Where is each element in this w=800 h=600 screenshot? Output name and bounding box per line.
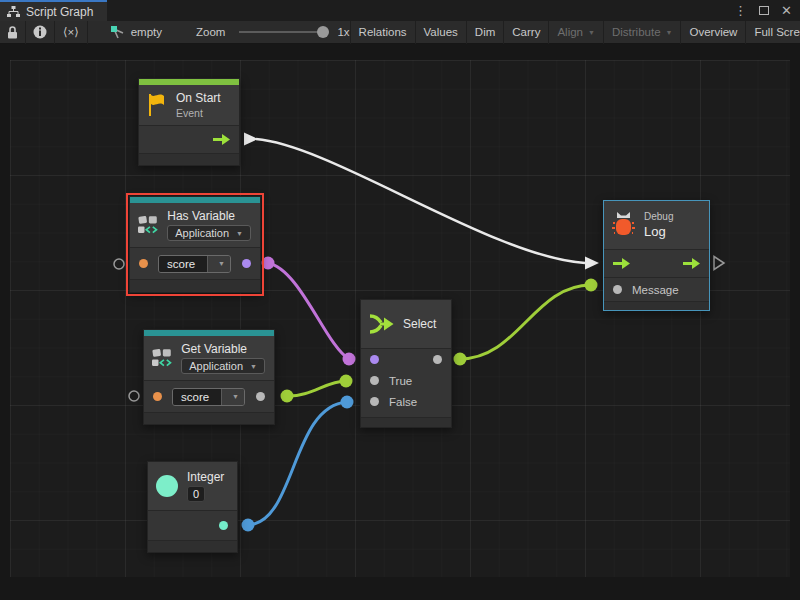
condition-input-port[interactable] — [370, 355, 379, 364]
graph-canvas[interactable]: On Start Event — [0, 44, 800, 600]
node-debug-log[interactable]: Debug Log Message — [603, 200, 710, 311]
result-output-port[interactable] — [242, 259, 251, 268]
node-has-variable[interactable]: Has Variable Application ▼ score ▼ — [129, 196, 261, 293]
variable-scope-dropdown[interactable]: Application ▼ — [167, 225, 251, 241]
name-input-port[interactable] — [153, 392, 162, 401]
wire-hasvariable-to-select[interactable] — [262, 257, 356, 366]
node-title: Integer — [187, 470, 224, 484]
info-button[interactable] — [26, 21, 55, 44]
zoom-value: 1x — [337, 26, 349, 38]
node-title: Log — [644, 224, 673, 239]
select-merge-icon — [369, 313, 394, 335]
distribute-button: Distribute▼ — [604, 21, 682, 44]
unconnected-flow-triangle[interactable] — [714, 257, 724, 270]
code-toggle-button[interactable]: ⟨×⟩ — [55, 21, 88, 44]
zoom-slider[interactable] — [239, 31, 327, 33]
node-title: On Start — [176, 91, 221, 105]
bug-icon — [612, 212, 635, 238]
values-button[interactable]: Values — [416, 21, 467, 44]
node-get-variable[interactable]: Get Variable Application ▼ score ▼ — [143, 329, 275, 425]
message-input-port[interactable] — [613, 285, 622, 294]
variables-icon — [138, 211, 158, 239]
align-button: Align▼ — [549, 21, 604, 44]
flow-input-port[interactable] — [613, 258, 630, 269]
true-input-port[interactable] — [370, 376, 379, 385]
false-input-port[interactable] — [370, 397, 379, 406]
pointer-label: empty — [131, 26, 162, 38]
chevron-down-icon: ▼ — [588, 29, 595, 36]
chevron-down-icon: ▼ — [218, 260, 225, 267]
node-title: Get Variable — [181, 342, 265, 356]
port-label: True — [389, 375, 412, 387]
wire-onstart-to-log[interactable] — [244, 133, 599, 270]
unconnected-port-circle[interactable] — [114, 259, 124, 269]
integer-output-port[interactable] — [219, 521, 228, 530]
variable-scope-dropdown[interactable]: Application ▼ — [181, 358, 265, 374]
node-subtitle: Event — [176, 107, 221, 119]
port-label: Message — [632, 284, 679, 296]
flow-output-port[interactable] — [213, 134, 230, 145]
dim-button[interactable]: Dim — [467, 21, 504, 44]
value-output-port[interactable] — [256, 392, 265, 401]
chevron-down-icon: ▼ — [250, 363, 257, 370]
node-integer[interactable]: Integer 0 — [147, 461, 238, 553]
node-footer — [604, 301, 709, 310]
variable-name-dropdown[interactable]: score ▼ — [172, 388, 245, 406]
node-footer — [148, 540, 237, 552]
zoom-label: Zoom — [196, 26, 225, 38]
menu-icon[interactable]: ⋮ — [734, 4, 747, 17]
node-footer — [130, 279, 260, 292]
node-title: Has Variable — [167, 209, 251, 223]
flow-output-port[interactable] — [683, 258, 700, 269]
node-on-start[interactable]: On Start Event — [138, 78, 240, 166]
graph-pointer-icon — [110, 25, 125, 40]
name-input-port[interactable] — [139, 259, 148, 268]
port-label: False — [389, 396, 417, 408]
chevron-down-icon: ▼ — [236, 230, 243, 237]
relations-button[interactable]: Relations — [351, 21, 416, 44]
unconnected-port-circle[interactable] — [129, 391, 139, 401]
integer-value-field[interactable]: 0 — [187, 486, 205, 502]
overview-button[interactable]: Overview — [681, 21, 746, 44]
node-title: Select — [403, 317, 436, 331]
toolbar-buttons: Relations Values Dim Carry Align▼ Distri… — [350, 21, 800, 44]
script-graph-window: Script Graph ⋮ ✕ ⟨×⟩ — [0, 0, 800, 600]
integer-icon — [156, 475, 178, 497]
close-icon[interactable]: ✕ — [781, 4, 792, 17]
chevron-down-icon: ▼ — [666, 29, 673, 36]
tab-title: Script Graph — [26, 5, 93, 19]
tab-bar: Script Graph ⋮ ✕ — [0, 0, 800, 21]
lock-button[interactable] — [0, 21, 26, 44]
selection-output-port[interactable] — [433, 355, 442, 364]
info-icon — [33, 25, 47, 39]
node-footer — [144, 412, 274, 424]
node-footer — [139, 153, 239, 165]
carry-button[interactable]: Carry — [504, 21, 549, 44]
variable-name-dropdown[interactable]: score ▼ — [158, 255, 231, 273]
toolbar: ⟨×⟩ empty Zoom 1x Relations Values Dim — [0, 21, 800, 44]
node-category: Debug — [644, 211, 673, 222]
lock-icon — [7, 26, 18, 39]
wire-select-to-log-message[interactable] — [454, 279, 598, 366]
maximize-icon[interactable] — [759, 6, 769, 15]
variables-icon — [152, 344, 172, 372]
graph-icon — [7, 6, 20, 18]
node-select[interactable]: Select True False — [360, 299, 452, 428]
flag-icon — [147, 93, 167, 117]
tab-script-graph[interactable]: Script Graph — [0, 0, 107, 21]
node-footer — [361, 417, 451, 427]
full-screen-button[interactable]: Full Screen — [746, 21, 800, 44]
graph-pointer-status: empty — [110, 25, 162, 40]
zoom-control: Zoom 1x — [196, 26, 350, 38]
chevron-down-icon: ▼ — [232, 393, 239, 400]
zoom-slider-handle[interactable] — [317, 26, 329, 38]
